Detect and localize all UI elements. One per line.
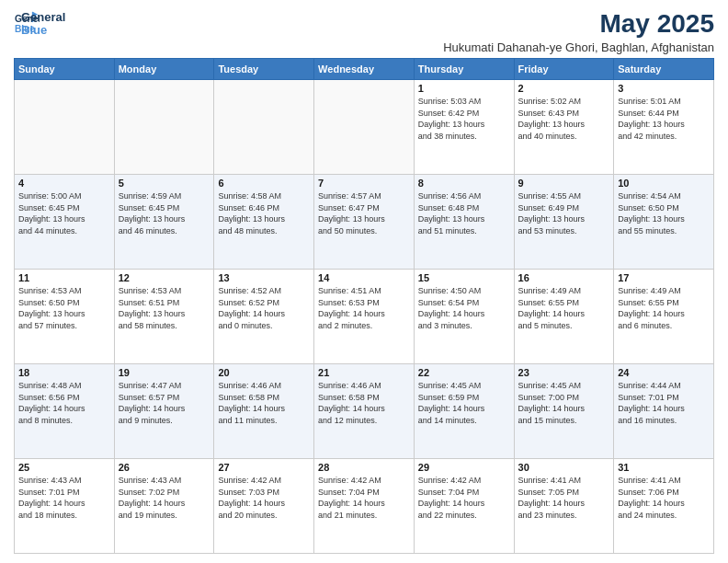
calendar-table: Sunday Monday Tuesday Wednesday Thursday… [14,58,714,554]
day-number: 19 [119,367,210,378]
day-detail: Sunrise: 4:57 AM Sunset: 6:47 PM Dayligh… [318,190,410,236]
day-number: 20 [218,367,310,378]
col-thursday: Thursday [414,59,514,80]
day-number: 8 [418,178,510,189]
table-row: 13Sunrise: 4:52 AM Sunset: 6:52 PM Dayli… [214,270,314,364]
day-number: 15 [418,272,510,283]
table-row: 29Sunrise: 4:42 AM Sunset: 7:04 PM Dayli… [414,459,514,554]
day-number: 21 [318,367,410,378]
calendar-header-row: Sunday Monday Tuesday Wednesday Thursday… [15,59,714,80]
day-number: 13 [218,272,310,283]
day-number: 30 [518,462,610,473]
calendar-week-row: 11Sunrise: 4:53 AM Sunset: 6:50 PM Dayli… [15,270,714,364]
table-row: 31Sunrise: 4:41 AM Sunset: 7:06 PM Dayli… [614,459,714,554]
calendar-week-row: 18Sunrise: 4:48 AM Sunset: 6:56 PM Dayli… [15,364,714,459]
table-row: 1Sunrise: 5:03 AM Sunset: 6:42 PM Daylig… [414,80,514,175]
logo-line2: Blue [21,24,65,37]
table-row [114,80,214,175]
day-detail: Sunrise: 4:42 AM Sunset: 7:03 PM Dayligh… [218,475,310,521]
day-number: 11 [18,272,110,283]
header: General Blue General Blue May 2025 Hukum… [14,9,714,54]
day-detail: Sunrise: 4:48 AM Sunset: 6:56 PM Dayligh… [18,380,110,426]
table-row: 9Sunrise: 4:55 AM Sunset: 6:49 PM Daylig… [514,175,614,270]
table-row [214,80,314,175]
day-detail: Sunrise: 5:00 AM Sunset: 6:45 PM Dayligh… [18,190,110,236]
day-number: 23 [518,367,610,378]
table-row: 25Sunrise: 4:43 AM Sunset: 7:01 PM Dayli… [15,459,115,554]
day-number: 27 [218,462,310,473]
table-row: 22Sunrise: 4:45 AM Sunset: 6:59 PM Dayli… [414,364,514,459]
day-detail: Sunrise: 4:49 AM Sunset: 6:55 PM Dayligh… [618,285,710,331]
table-row: 16Sunrise: 4:49 AM Sunset: 6:55 PM Dayli… [514,270,614,364]
logo: General Blue General Blue [14,9,65,38]
table-row: 17Sunrise: 4:49 AM Sunset: 6:55 PM Dayli… [614,270,714,364]
table-row: 15Sunrise: 4:50 AM Sunset: 6:54 PM Dayli… [414,270,514,364]
day-detail: Sunrise: 4:53 AM Sunset: 6:50 PM Dayligh… [18,285,110,331]
day-detail: Sunrise: 5:02 AM Sunset: 6:43 PM Dayligh… [518,96,610,142]
day-number: 28 [318,462,410,473]
table-row: 14Sunrise: 4:51 AM Sunset: 6:53 PM Dayli… [314,270,415,364]
day-detail: Sunrise: 4:41 AM Sunset: 7:05 PM Dayligh… [518,475,610,521]
day-number: 14 [318,272,410,283]
day-detail: Sunrise: 4:54 AM Sunset: 6:50 PM Dayligh… [618,190,710,236]
day-number: 12 [119,272,210,283]
day-number: 22 [418,367,510,378]
day-number: 9 [518,178,610,189]
table-row: 2Sunrise: 5:02 AM Sunset: 6:43 PM Daylig… [514,80,614,175]
day-number: 5 [119,178,210,189]
table-row: 24Sunrise: 4:44 AM Sunset: 7:01 PM Dayli… [614,364,714,459]
page: General Blue General Blue May 2025 Hukum… [0,0,728,563]
table-row: 11Sunrise: 4:53 AM Sunset: 6:50 PM Dayli… [15,270,115,364]
day-detail: Sunrise: 4:50 AM Sunset: 6:54 PM Dayligh… [418,285,510,331]
col-wednesday: Wednesday [314,59,415,80]
table-row: 10Sunrise: 4:54 AM Sunset: 6:50 PM Dayli… [614,175,714,270]
col-sunday: Sunday [15,59,115,80]
day-detail: Sunrise: 4:46 AM Sunset: 6:58 PM Dayligh… [318,380,410,426]
table-row: 8Sunrise: 4:56 AM Sunset: 6:48 PM Daylig… [414,175,514,270]
col-tuesday: Tuesday [214,59,314,80]
day-number: 24 [618,367,710,378]
day-detail: Sunrise: 4:44 AM Sunset: 7:01 PM Dayligh… [618,380,710,426]
day-number: 2 [518,83,610,94]
table-row: 19Sunrise: 4:47 AM Sunset: 6:57 PM Dayli… [114,364,214,459]
table-row: 30Sunrise: 4:41 AM Sunset: 7:05 PM Dayli… [514,459,614,554]
table-row: 7Sunrise: 4:57 AM Sunset: 6:47 PM Daylig… [314,175,415,270]
day-detail: Sunrise: 5:03 AM Sunset: 6:42 PM Dayligh… [418,96,510,142]
month-year: May 2025 [443,9,714,39]
day-detail: Sunrise: 4:42 AM Sunset: 7:04 PM Dayligh… [418,475,510,521]
table-row: 21Sunrise: 4:46 AM Sunset: 6:58 PM Dayli… [314,364,415,459]
day-detail: Sunrise: 4:45 AM Sunset: 7:00 PM Dayligh… [518,380,610,426]
day-detail: Sunrise: 4:53 AM Sunset: 6:51 PM Dayligh… [119,285,210,331]
day-number: 1 [418,83,510,94]
table-row: 5Sunrise: 4:59 AM Sunset: 6:45 PM Daylig… [114,175,214,270]
table-row: 26Sunrise: 4:43 AM Sunset: 7:02 PM Dayli… [114,459,214,554]
table-row [314,80,415,175]
day-detail: Sunrise: 4:43 AM Sunset: 7:01 PM Dayligh… [18,475,110,521]
day-number: 6 [218,178,310,189]
day-detail: Sunrise: 4:45 AM Sunset: 6:59 PM Dayligh… [418,380,510,426]
day-number: 4 [18,178,110,189]
table-row: 18Sunrise: 4:48 AM Sunset: 6:56 PM Dayli… [15,364,115,459]
calendar-week-row: 4Sunrise: 5:00 AM Sunset: 6:45 PM Daylig… [15,175,714,270]
table-row: 20Sunrise: 4:46 AM Sunset: 6:58 PM Dayli… [214,364,314,459]
logo-line1: General [21,11,65,24]
table-row [15,80,115,175]
day-number: 7 [318,178,410,189]
day-detail: Sunrise: 4:42 AM Sunset: 7:04 PM Dayligh… [318,475,410,521]
table-row: 3Sunrise: 5:01 AM Sunset: 6:44 PM Daylig… [614,80,714,175]
day-detail: Sunrise: 4:52 AM Sunset: 6:52 PM Dayligh… [218,285,310,331]
day-number: 17 [618,272,710,283]
day-number: 3 [618,83,710,94]
col-friday: Friday [514,59,614,80]
title-block: May 2025 Hukumati Dahanah-ye Ghori, Bagh… [443,9,714,54]
table-row: 12Sunrise: 4:53 AM Sunset: 6:51 PM Dayli… [114,270,214,364]
day-detail: Sunrise: 5:01 AM Sunset: 6:44 PM Dayligh… [618,96,710,142]
day-detail: Sunrise: 4:46 AM Sunset: 6:58 PM Dayligh… [218,380,310,426]
calendar-week-row: 1Sunrise: 5:03 AM Sunset: 6:42 PM Daylig… [15,80,714,175]
day-detail: Sunrise: 4:43 AM Sunset: 7:02 PM Dayligh… [119,475,210,521]
day-number: 18 [18,367,110,378]
table-row: 23Sunrise: 4:45 AM Sunset: 7:00 PM Dayli… [514,364,614,459]
day-detail: Sunrise: 4:56 AM Sunset: 6:48 PM Dayligh… [418,190,510,236]
day-number: 16 [518,272,610,283]
day-detail: Sunrise: 4:41 AM Sunset: 7:06 PM Dayligh… [618,475,710,521]
